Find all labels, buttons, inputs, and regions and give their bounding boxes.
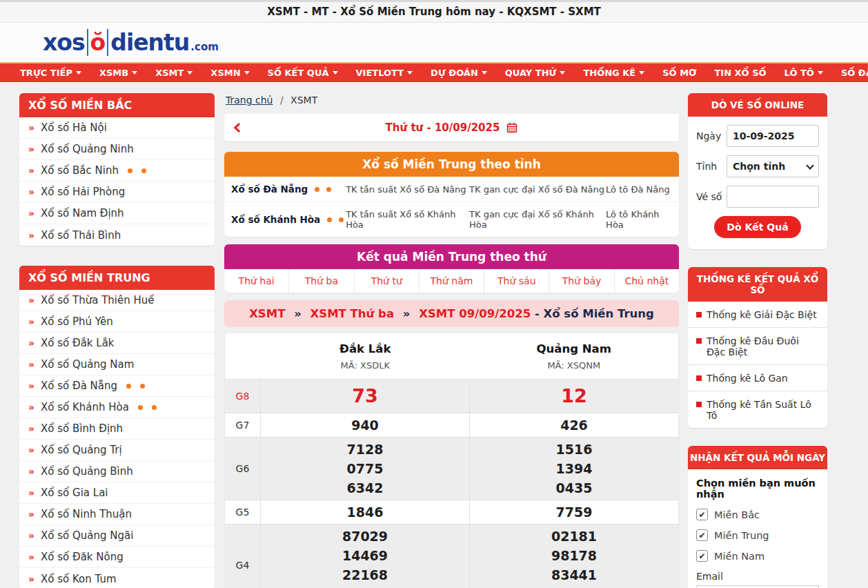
sidebar-item-xo-so-hai-phong[interactable]: »Xổ số Hải Phòng <box>19 182 215 203</box>
nav-item-so-ket-qua[interactable]: SỐ KẾT QUẢ <box>259 68 347 78</box>
main-nav-list: TRỰC TIẾPXSMBXSMTXSMNSỐ KẾT QUẢVIETLOTTD… <box>0 63 868 82</box>
subscribe-widget: NHẬN KẾT QUẢ MỖI NGÀY Chọn miền bạn muốn… <box>688 446 827 588</box>
check-result-button[interactable]: Dò Kết Quả <box>714 216 800 238</box>
province-title-link[interactable]: Quảng Nam <box>470 342 679 355</box>
tab-chu-nhat[interactable]: Chủ nhật <box>615 269 679 293</box>
sidebar-item-label: Xổ số Thái Bình <box>41 229 121 242</box>
sidebar-item-xo-so-ninh-thuan[interactable]: »Xổ số Ninh Thuận <box>19 504 215 525</box>
result-breadcrumb-date-link[interactable]: XSMT 09/09/2025 <box>419 307 531 320</box>
sidebar-item-xo-so-da-nang[interactable]: »Xổ số Đà Nẵng <box>19 375 215 397</box>
sidebar-item-xo-so-kon-tum[interactable]: »Xổ số Kon Tum <box>19 568 215 588</box>
sidebar-item-xo-so-binh-dinh[interactable]: »Xổ số Bình Định <box>19 418 215 440</box>
sidebar-item-label: Xổ số Phú Yên <box>41 315 113 328</box>
tab-thu-hai[interactable]: Thứ hai <box>224 269 289 293</box>
breadcrumb-home-link[interactable]: Trang chủ <box>226 95 273 106</box>
statistics-widget: THỐNG KÊ KẾT QUẢ XỔ SỐ Thống kê Giải Đặc… <box>688 267 827 428</box>
province-stat-link[interactable]: TK tần suất Xổ số Khánh Hòa <box>346 209 469 230</box>
sidebar-item-label: Xổ số Đà Nẵng <box>41 380 117 392</box>
square-bullet-icon <box>696 402 702 407</box>
stat-link-thong-ke-dau-duoi-dac-biet[interactable]: Thống kê Đầu Đuôi Đặc Biệt <box>688 328 827 365</box>
sidebar-item-xo-so-quang-ngai[interactable]: »Xổ số Quảng Ngãi <box>19 525 215 547</box>
prize-number: 14469 <box>261 546 469 565</box>
date-input[interactable] <box>727 125 819 147</box>
tab-thu-ba[interactable]: Thứ ba <box>289 269 354 293</box>
breadcrumb-current: XSMT <box>290 95 317 106</box>
double-chevron-icon: » <box>28 165 34 176</box>
nav-item-label: TIN XỔ SỐ <box>714 68 766 78</box>
sidebar-section-title: XỔ SỐ MIỀN TRUNG <box>19 266 215 290</box>
province-select[interactable]: Chọn tỉnh <box>727 155 819 177</box>
sidebar-item-xo-so-bac-ninh[interactable]: »Xổ số Bắc Ninh <box>19 160 215 182</box>
sidebar-item-xo-so-nam-dinh[interactable]: »Xổ số Nam Định <box>19 203 215 224</box>
sidebar-item-xo-so-phu-yen[interactable]: »Xổ số Phú Yên <box>19 311 215 333</box>
tab-thu-nam[interactable]: Thứ năm <box>420 269 484 293</box>
sidebar-item-xo-so-quang-binh[interactable]: »Xổ số Quảng Bình <box>19 461 215 482</box>
result-breadcrumb-suffix: - Xổ số Miền Trung <box>535 307 654 320</box>
stat-link-thong-ke-giai-dac-biet[interactable]: Thống kê Giải Đặc Biệt <box>688 302 827 328</box>
checkbox-mien-bac[interactable]: ✔ <box>696 509 708 520</box>
results-table-header: Đắk LắkMÃ: XSDLKQuảng NamMÃ: XSQNM <box>225 333 678 379</box>
checkbox-mien-nam[interactable]: ✔ <box>696 550 708 562</box>
sidebar-item-xo-so-thua-thien-hue[interactable]: »Xổ số Thừa Thiên Huế <box>19 290 215 311</box>
nav-item-so-dau-duoi[interactable]: SỐ ĐẦU ĐUÔI <box>832 68 868 78</box>
checkbox-mien-trung[interactable]: ✔ <box>696 529 708 541</box>
province-stat-link[interactable]: Lô tô Khánh Hòa <box>606 209 672 230</box>
site-logo[interactable]: xosŏdientu.com <box>43 29 219 56</box>
nav-item-xsmt[interactable]: XSMT <box>146 68 201 78</box>
chevron-down-icon <box>187 71 193 75</box>
stat-link-thong-ke-tan-suat-lo-to[interactable]: Thống kê Tần Suất Lô Tô <box>688 391 827 428</box>
nav-item-lo-to[interactable]: LÔ TÔ <box>776 68 832 78</box>
result-breadcrumb-weekday-link[interactable]: XSMT Thứ ba <box>310 307 394 320</box>
previous-day-arrow-icon[interactable] <box>234 123 244 133</box>
sidebar-item-label: Xổ số Thừa Thiên Huế <box>41 294 154 306</box>
chevron-down-icon <box>407 71 413 75</box>
province-stat-link[interactable]: Lô tô Đà Nẵng <box>606 184 672 195</box>
sidebar-item-xo-so-quang-nam[interactable]: »Xổ số Quảng Nam <box>19 354 215 375</box>
tab-thu-sau[interactable]: Thứ sáu <box>484 269 549 293</box>
province-name-link[interactable]: Xổ số Khánh Hòa <box>231 214 346 225</box>
page-title-bar: XSMT - MT - Xổ Số Miền Trung hôm nay - K… <box>0 0 868 23</box>
nav-item-xsmb[interactable]: XSMB <box>90 68 146 78</box>
prize-number: 1516 <box>470 440 678 459</box>
nav-item-thong-ke[interactable]: THỐNG KÊ <box>574 68 653 78</box>
result-row-g7: G7940426 <box>225 413 678 437</box>
tab-thu-bay[interactable]: Thứ bảy <box>549 269 614 293</box>
sidebar-item-xo-so-thai-binh[interactable]: »Xổ số Thái Bình <box>19 224 215 246</box>
email-input[interactable] <box>696 585 819 588</box>
sidebar-item-xo-so-quang-tri[interactable]: »Xổ số Quảng Trị <box>19 440 215 461</box>
sidebar-item-xo-so-gia-lai[interactable]: »Xổ số Gia Lai <box>19 482 215 504</box>
province-stat-link[interactable]: TK gan cực đại Xổ số Đà Nẵng <box>469 184 606 195</box>
nav-item-vietlott[interactable]: VIETLOTT <box>347 68 422 78</box>
double-chevron-icon: » <box>28 316 34 327</box>
province-stat-link[interactable]: TK gan cực đại Xổ số Khánh Hòa <box>469 209 606 230</box>
prize-number: 426 <box>470 415 678 435</box>
sidebar-item-xo-so-quang-ninh[interactable]: »Xổ số Quảng Ninh <box>19 139 215 160</box>
new-indicator-dot <box>140 384 145 389</box>
result-breadcrumb-xsmt-link[interactable]: XSMT <box>249 307 285 320</box>
nav-item-label: SỐ MƠ <box>662 68 696 78</box>
nav-item-du-doan[interactable]: DỰ ĐOÁN <box>422 68 496 78</box>
province-stat-link[interactable]: TK tần suất Xổ số Đà Nẵng <box>346 184 469 195</box>
nav-item-quay-thu[interactable]: QUAY THỬ <box>496 68 575 78</box>
sidebar-item-xo-so-dak-nong[interactable]: »Xổ số Đăk Nông <box>19 547 215 568</box>
nav-item-truc-tiep[interactable]: TRỰC TIẾP <box>11 68 90 78</box>
province-name-link[interactable]: Xổ số Đà Nẵng <box>231 184 346 195</box>
ticket-number-input[interactable] <box>727 186 819 208</box>
sidebar-item-label: Xổ số Hải Phòng <box>41 186 125 198</box>
nav-item-xsmn[interactable]: XSMN <box>201 68 258 78</box>
sidebar-item-xo-so-dak-lak[interactable]: »Xổ số Đắk Lắk <box>19 333 215 354</box>
sidebar-item-xo-so-ha-noi[interactable]: »Xổ số Hà Nội <box>19 117 215 139</box>
tab-thu-tu[interactable]: Thứ tư <box>355 269 420 293</box>
prize-number: 0775 <box>261 459 469 478</box>
sidebar-item-label: Xổ số Quảng Nam <box>41 358 134 371</box>
nav-item-label: TRỰC TIẾP <box>20 68 72 78</box>
nav-item-so-mo[interactable]: SỐ MƠ <box>653 68 705 78</box>
main-content: Trang chủ / XSMT Thứ tư - 10/09/2025 Xổ … <box>224 93 679 588</box>
stat-link-thong-ke-lo-gan[interactable]: Thống kê Lô Gan <box>688 365 827 391</box>
double-chevron-icon: » <box>28 466 34 477</box>
new-indicator-dot <box>339 217 344 222</box>
province-title-link[interactable]: Đắk Lắk <box>261 342 470 355</box>
calendar-icon[interactable] <box>506 122 517 133</box>
sidebar-item-xo-so-khanh-hoa[interactable]: »Xổ số Khánh Hòa <box>19 397 215 418</box>
nav-item-tin-xo-so[interactable]: TIN XỔ SỐ <box>705 68 775 78</box>
